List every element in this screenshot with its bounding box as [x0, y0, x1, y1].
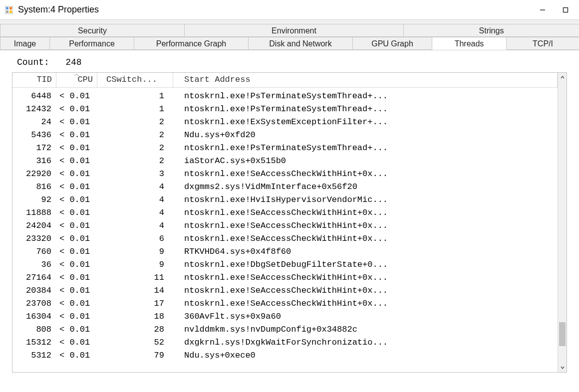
- app-icon: [5, 6, 13, 14]
- column-header-cswitch[interactable]: CSwitch...: [97, 73, 173, 87]
- cell-cswitch: 11: [97, 271, 173, 284]
- listview-header: TID ︿ CPU CSwitch... Start Address: [12, 73, 558, 88]
- tab-row-top: Security Environment Strings: [0, 24, 579, 37]
- cell-tid: 5312: [12, 349, 56, 362]
- cell-start-address: Ndu.sys+0xece0: [173, 349, 558, 362]
- cell-cswitch: 79: [97, 349, 173, 362]
- table-row[interactable]: 760< 0.019RTKVHD64.sys+0x4f8f60: [12, 245, 558, 258]
- cell-cpu: < 0.01: [56, 194, 97, 206]
- cell-cpu: < 0.01: [56, 103, 97, 116]
- cell-start-address: dxgkrnl.sys!DxgkWaitForSynchronizatio...: [173, 336, 558, 349]
- table-row[interactable]: 92< 0.014ntoskrnl.exe!HviIsHypervisorVen…: [12, 194, 558, 206]
- tab-disk-network[interactable]: Disk and Network: [248, 37, 353, 50]
- cell-start-address: dxgmms2.sys!VidMmInterface+0x56f20: [173, 181, 558, 194]
- table-row[interactable]: 816< 0.014dxgmms2.sys!VidMmInterface+0x5…: [12, 181, 558, 194]
- cell-cswitch: 4: [97, 181, 173, 194]
- cell-cswitch: 14: [97, 284, 173, 297]
- cell-cswitch: 3: [97, 168, 173, 181]
- cell-tid: 23708: [12, 297, 56, 310]
- scroll-up-button[interactable]: [558, 73, 567, 82]
- table-row[interactable]: 12432< 0.011ntoskrnl.exe!PsTerminateSyst…: [12, 103, 558, 116]
- cell-start-address: ntoskrnl.exe!SeAccessCheckWithHint+0x...: [173, 219, 558, 232]
- table-row[interactable]: 6448< 0.011ntoskrnl.exe!PsTerminateSyste…: [12, 90, 558, 103]
- cell-cswitch: 4: [97, 219, 173, 232]
- tab-performance-graph[interactable]: Performance Graph: [134, 37, 249, 50]
- maximize-button[interactable]: [554, 2, 577, 18]
- cell-tid: 36: [12, 258, 56, 271]
- cell-tid: 816: [12, 181, 56, 194]
- table-row[interactable]: 20384< 0.0114ntoskrnl.exe!SeAccessCheckW…: [12, 284, 558, 297]
- tab-threads[interactable]: Threads: [432, 37, 507, 50]
- table-row[interactable]: 5436< 0.012Ndu.sys+0xfd20: [12, 129, 558, 142]
- cell-cpu: < 0.01: [56, 90, 97, 103]
- scroll-down-button[interactable]: [558, 363, 567, 372]
- tab-image[interactable]: Image: [0, 37, 50, 50]
- table-row[interactable]: 11888< 0.014ntoskrnl.exe!SeAccessCheckWi…: [12, 206, 558, 219]
- cell-start-address: ntoskrnl.exe!HviIsHypervisorVendorMic...: [173, 194, 558, 206]
- table-row[interactable]: 316< 0.012iaStorAC.sys+0x515b0: [12, 155, 558, 168]
- table-row[interactable]: 27164< 0.0111ntoskrnl.exe!SeAccessCheckW…: [12, 271, 558, 284]
- svg-rect-6: [564, 7, 568, 12]
- threads-listview[interactable]: TID ︿ CPU CSwitch... Start Address 6448<…: [12, 72, 567, 373]
- tab-strings[interactable]: Strings: [403, 24, 579, 37]
- cell-start-address: ntoskrnl.exe!PsTerminateSystemThread+...: [173, 103, 558, 116]
- cell-start-address: Ndu.sys+0xfd20: [173, 129, 558, 142]
- tab-environment[interactable]: Environment: [184, 24, 404, 37]
- table-row[interactable]: 16304< 0.0118360AvFlt.sys+0x9a60: [12, 310, 558, 323]
- cell-cpu: < 0.01: [56, 349, 97, 362]
- cell-cswitch: 2: [97, 155, 173, 168]
- minimize-button[interactable]: [531, 2, 554, 18]
- table-row[interactable]: 23320< 0.016ntoskrnl.exe!SeAccessCheckWi…: [12, 232, 558, 245]
- cell-start-address: 360AvFlt.sys+0x9a60: [173, 310, 558, 323]
- cell-start-address: ntoskrnl.exe!SeAccessCheckWithHint+0x...: [173, 168, 558, 181]
- cell-cswitch: 52: [97, 336, 173, 349]
- table-row[interactable]: 24204< 0.014ntoskrnl.exe!SeAccessCheckWi…: [12, 219, 558, 232]
- cell-tid: 5436: [12, 129, 56, 142]
- cell-cpu: < 0.01: [56, 168, 97, 181]
- cell-tid: 11888: [12, 206, 56, 219]
- svg-rect-1: [6, 7, 8, 9]
- column-header-tid[interactable]: TID: [12, 73, 56, 87]
- tab-gpu-graph[interactable]: GPU Graph: [352, 37, 432, 50]
- cell-cswitch: 9: [97, 245, 173, 258]
- cell-cpu: < 0.01: [56, 219, 97, 232]
- tab-security[interactable]: Security: [0, 24, 185, 37]
- cell-tid: 12432: [12, 103, 56, 116]
- cell-cpu: < 0.01: [56, 336, 97, 349]
- cell-start-address: ntoskrnl.exe!SeAccessCheckWithHint+0x...: [173, 206, 558, 219]
- cell-tid: 15312: [12, 336, 56, 349]
- tab-performance[interactable]: Performance: [49, 37, 134, 50]
- vertical-scrollbar[interactable]: [558, 73, 567, 372]
- cell-cpu: < 0.01: [56, 310, 97, 323]
- scrollbar-thumb[interactable]: [559, 322, 566, 346]
- cell-start-address: nvlddmkm.sys!nvDumpConfig+0x34882c: [173, 323, 558, 336]
- table-row[interactable]: 5312< 0.0179Ndu.sys+0xece0: [12, 349, 558, 362]
- tabstrip: Security Environment Strings Image Perfo…: [0, 20, 579, 50]
- table-row[interactable]: 23708< 0.0117ntoskrnl.exe!SeAccessCheckW…: [12, 297, 558, 310]
- cell-cswitch: 6: [97, 232, 173, 245]
- cell-cswitch: 1: [97, 90, 173, 103]
- sort-ascending-icon: ︿: [74, 73, 79, 77]
- cell-cswitch: 28: [97, 323, 173, 336]
- cell-cpu: < 0.01: [56, 155, 97, 168]
- table-row[interactable]: 808< 0.0128nvlddmkm.sys!nvDumpConfig+0x3…: [12, 323, 558, 336]
- cell-start-address: ntoskrnl.exe!SeAccessCheckWithHint+0x...: [173, 271, 558, 284]
- column-header-start-address[interactable]: Start Address: [173, 73, 558, 87]
- table-row[interactable]: 172< 0.012ntoskrnl.exe!PsTerminateSystem…: [12, 142, 558, 155]
- table-row[interactable]: 15312< 0.0152dxgkrnl.sys!DxgkWaitForSync…: [12, 336, 558, 349]
- count-value: 248: [65, 57, 81, 67]
- column-header-cpu[interactable]: ︿ CPU: [56, 73, 97, 87]
- cell-start-address: ntoskrnl.exe!SeAccessCheckWithHint+0x...: [173, 284, 558, 297]
- cell-start-address: ntoskrnl.exe!SeAccessCheckWithHint+0x...: [173, 232, 558, 245]
- tab-row-bottom: Image Performance Performance Graph Disk…: [0, 37, 579, 50]
- cell-cswitch: 18: [97, 310, 173, 323]
- cell-cswitch: 9: [97, 258, 173, 271]
- cell-start-address: ntoskrnl.exe!SeAccessCheckWithHint+0x...: [173, 297, 558, 310]
- tab-tcpip[interactable]: TCP/I: [506, 37, 579, 50]
- table-row[interactable]: 36< 0.019ntoskrnl.exe!DbgSetDebugFilterS…: [12, 258, 558, 271]
- listview-rows: 6448< 0.011ntoskrnl.exe!PsTerminateSyste…: [12, 88, 558, 362]
- cell-cswitch: 17: [97, 297, 173, 310]
- table-row[interactable]: 24< 0.012ntoskrnl.exe!ExSystemExceptionF…: [12, 116, 558, 129]
- cell-tid: 24204: [12, 219, 56, 232]
- table-row[interactable]: 22920< 0.013ntoskrnl.exe!SeAccessCheckWi…: [12, 168, 558, 181]
